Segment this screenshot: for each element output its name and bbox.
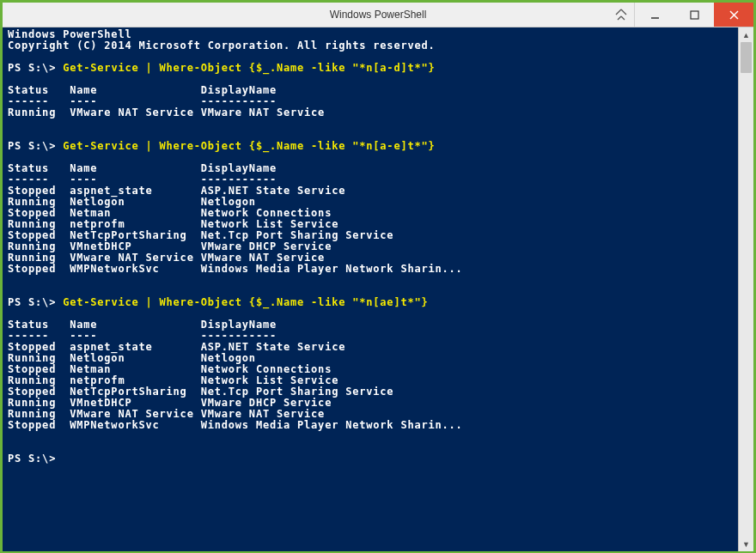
restore-hint-icon[interactable]	[608, 3, 635, 27]
console-area: Windows PowerShell Copyright (C) 2014 Mi…	[3, 27, 753, 551]
window-title: Windows PowerShell	[330, 9, 427, 21]
svg-rect-1	[691, 11, 698, 19]
scroll-down-button[interactable]: ▼	[739, 537, 753, 551]
close-button[interactable]	[714, 3, 753, 27]
scroll-thumb[interactable]	[741, 42, 752, 73]
titlebar[interactable]: Windows PowerShell	[3, 3, 753, 27]
scroll-track[interactable]	[739, 42, 753, 537]
vertical-scrollbar[interactable]: ▲ ▼	[738, 27, 753, 551]
console-output[interactable]: Windows PowerShell Copyright (C) 2014 Mi…	[3, 27, 738, 551]
minimize-button[interactable]	[635, 3, 674, 27]
window-controls	[608, 3, 753, 27]
scroll-up-button[interactable]: ▲	[739, 27, 753, 42]
window-frame: Windows PowerShell Windows PowerShell Co…	[0, 0, 756, 553]
maximize-button[interactable]	[674, 3, 714, 27]
